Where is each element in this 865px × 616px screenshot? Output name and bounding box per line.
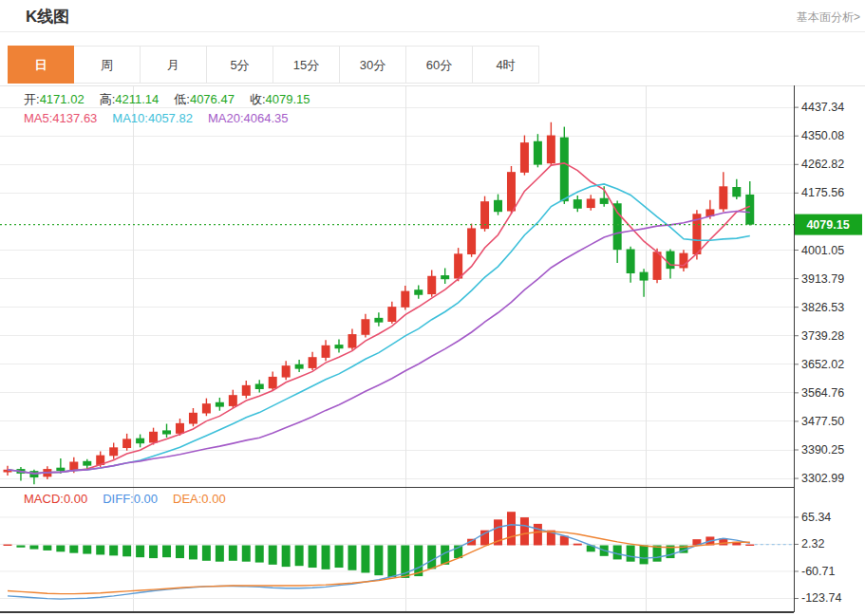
- candles: [4, 122, 755, 485]
- macd-axis-label: -123.74: [801, 591, 841, 605]
- tab-15min[interactable]: 15分: [273, 46, 340, 84]
- price-axis-label: 3564.76: [801, 386, 844, 400]
- tab-5min[interactable]: 5分: [207, 46, 273, 84]
- macd-axis-label: 2.32: [801, 537, 824, 551]
- interval-tab-bar: 日周月5分15分30分60分4时: [8, 46, 539, 85]
- ma10-line: [8, 184, 750, 474]
- price-axis-label: 3302.99: [801, 472, 844, 485]
- price-axis-label: 4175.56: [801, 186, 844, 199]
- dea-value: DEA:0.00: [173, 492, 226, 506]
- price-axis-label: 3477.50: [801, 415, 844, 428]
- diff-value: DIFF:0.00: [103, 492, 158, 506]
- price-axis-label: 4350.08: [801, 129, 844, 142]
- price-axis-label: 3826.53: [801, 301, 844, 314]
- tab-4hour[interactable]: 4时: [473, 46, 539, 84]
- tab-daily[interactable]: 日: [8, 46, 74, 84]
- tab-60min[interactable]: 60分: [406, 46, 473, 84]
- gridlines: [0, 85, 794, 612]
- price-axis-label: 3739.28: [801, 329, 844, 343]
- price-axis-label: 3652.02: [801, 358, 844, 371]
- tab-weekly[interactable]: 周: [74, 46, 141, 84]
- price-axis-label: 4262.82: [801, 158, 844, 171]
- kline-widget: K线图 基本面分析> 日周月5分15分30分60分4时 开:4171.02高:4…: [0, 0, 865, 616]
- price-axis-label: 4437.34: [801, 101, 844, 114]
- macd-panel: 65.342.32-60.71-123.74: [0, 511, 841, 606]
- ohlc-close: 收:4079.15: [250, 92, 310, 106]
- ma-readout: MA5:4137.63MA10:4057.82MA20:4064.35: [24, 111, 304, 125]
- tab-30min[interactable]: 30分: [340, 46, 406, 84]
- tab-monthly[interactable]: 月: [141, 46, 207, 84]
- ohlc-high: 高:4211.14: [100, 92, 160, 106]
- ma10-value: MA10:4057.82: [112, 111, 193, 125]
- ma20-value: MA20:4064.35: [208, 111, 289, 125]
- ma5-value: MA5:4137.63: [24, 111, 97, 125]
- macd-readout: MACD:0.00DIFF:0.00DEA:0.00: [24, 492, 241, 506]
- ohlc-readout: 开:4171.02高:4211.14低:4076.47收:4079.15: [24, 91, 326, 108]
- price-axis-label: 3390.25: [801, 443, 844, 457]
- macd-axis-label: -60.71: [801, 565, 835, 578]
- ohlc-low: 低:4076.47: [174, 92, 235, 106]
- current-price-value: 4079.15: [806, 218, 849, 232]
- macd-value: MACD:0.00: [24, 492, 87, 506]
- price-axis-label: 3913.79: [801, 272, 844, 286]
- price-axis-label: 4001.05: [801, 244, 844, 257]
- ohlc-open: 开:4171.02: [24, 92, 85, 106]
- macd-axis-label: 65.34: [801, 511, 831, 524]
